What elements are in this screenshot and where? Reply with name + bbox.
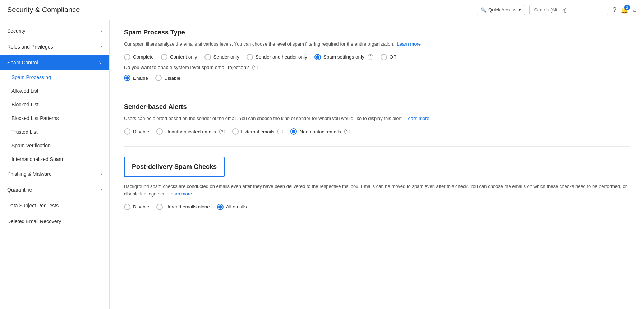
- option-alert-disable[interactable]: Disable: [124, 128, 149, 135]
- option-external-label: External emails: [241, 129, 274, 134]
- post-delivery-section: Post-delivery Spam Checks Background spa…: [124, 157, 630, 210]
- sidebar-sub-item-blocked-list-patterns[interactable]: Blocked List Patterns: [0, 111, 109, 125]
- radio-spam-settings-only[interactable]: [314, 54, 321, 60]
- option-sender-header-only-label: Sender and header only: [256, 54, 307, 60]
- home-icon: ⌂: [633, 6, 637, 14]
- topbar-right: 🔍 Quick Access ▾ ? 🔔 2 ⌂: [477, 5, 637, 15]
- option-external[interactable]: External emails ?: [232, 128, 283, 135]
- option-post-disable[interactable]: Disable: [124, 204, 149, 210]
- main-content: Spam Process Type Our spam filters analy…: [110, 20, 644, 309]
- rejection-question: Do you want to enable system level spam …: [124, 65, 630, 71]
- sidebar-sub-item-internationalized-spam[interactable]: Internationalized Spam: [0, 152, 109, 166]
- search-input[interactable]: [529, 5, 608, 15]
- radio-sender-only[interactable]: [204, 54, 211, 60]
- spam-process-type-options: Complete Content only Sender only Sender…: [124, 54, 630, 60]
- radio-post-disable[interactable]: [124, 204, 130, 210]
- radio-enable[interactable]: [124, 75, 130, 81]
- sidebar-sub-item-allowed-list[interactable]: Allowed List: [0, 84, 109, 98]
- option-sender-only[interactable]: Sender only: [204, 54, 239, 60]
- divider-2: [124, 146, 630, 147]
- radio-disable-rejection[interactable]: [155, 75, 162, 81]
- option-content-only-label: Content only: [170, 54, 197, 60]
- chevron-right-icon: ›: [101, 171, 102, 176]
- sidebar-item-spam-control[interactable]: Spam Control ∨: [0, 55, 109, 70]
- sidebar-sub-item-spam-verification[interactable]: Spam Verification: [0, 139, 109, 152]
- external-help-icon[interactable]: ?: [277, 129, 283, 134]
- sender-based-alerts-desc: Users can be alerted based on the sender…: [124, 115, 630, 123]
- sidebar-item-label: Security: [7, 28, 26, 34]
- sidebar-sub-item-blocked-list[interactable]: Blocked List: [0, 98, 109, 111]
- option-sender-header-only[interactable]: Sender and header only: [247, 54, 307, 60]
- sidebar-sub-spam-control: Spam Processing Allowed List Blocked Lis…: [0, 70, 109, 166]
- help-button[interactable]: ?: [613, 6, 616, 14]
- post-delivery-options: Disable Unread emails alone All emails: [124, 204, 630, 210]
- sidebar-item-label: Phishing & Malware: [7, 171, 52, 177]
- sender-alert-options: Disable Unauthenticated emails ? Externa…: [124, 128, 630, 135]
- sidebar-item-deleted-email[interactable]: Deleted Email Recovery: [0, 213, 109, 229]
- option-all-emails-label: All emails: [226, 204, 247, 209]
- option-unauthenticated[interactable]: Unauthenticated emails ?: [156, 128, 225, 135]
- home-button[interactable]: ⌂: [633, 6, 637, 14]
- non-contact-help-icon[interactable]: ?: [344, 129, 350, 134]
- sidebar-item-data-subject[interactable]: Data Subject Requests: [0, 198, 109, 213]
- sidebar-item-quarantine[interactable]: Quarantine ›: [0, 182, 109, 198]
- option-enable-label: Enable: [133, 75, 148, 81]
- option-unauthenticated-label: Unauthenticated emails: [165, 129, 216, 134]
- post-delivery-title-box: Post-delivery Spam Checks: [124, 157, 225, 177]
- option-content-only[interactable]: Content only: [161, 54, 197, 60]
- spam-process-type-title: Spam Process Type: [124, 29, 630, 36]
- sidebar-item-roles[interactable]: Roles and Privileges ›: [0, 39, 109, 55]
- option-non-contact-label: Non-contact emails: [299, 129, 341, 134]
- radio-external[interactable]: [232, 128, 239, 135]
- option-all-emails[interactable]: All emails: [217, 204, 247, 210]
- option-off[interactable]: Off: [381, 54, 396, 60]
- sidebar: Security › Roles and Privileges › Spam C…: [0, 20, 110, 309]
- sidebar-sub-item-trusted-list[interactable]: Trusted List: [0, 125, 109, 139]
- layout: Security › Roles and Privileges › Spam C…: [0, 20, 644, 309]
- quick-access-button[interactable]: 🔍 Quick Access ▾: [477, 5, 525, 15]
- sidebar-item-phishing-malware[interactable]: Phishing & Malware ›: [0, 166, 109, 182]
- search-icon: 🔍: [480, 7, 486, 13]
- post-delivery-desc: Background spam checks are conducted on …: [124, 183, 630, 198]
- quick-access-label: Quick Access: [488, 7, 516, 13]
- sender-alerts-learn-more[interactable]: Learn more: [405, 116, 429, 121]
- radio-complete[interactable]: [124, 54, 130, 60]
- radio-sender-header-only[interactable]: [247, 54, 253, 60]
- spam-process-type-section: Spam Process Type Our spam filters analy…: [124, 29, 630, 81]
- spam-process-type-desc: Our spam filters analyze the emails at v…: [124, 41, 630, 48]
- spam-settings-only-help-icon[interactable]: ?: [368, 54, 373, 60]
- sidebar-item-label: Roles and Privileges: [7, 44, 53, 50]
- radio-all-emails[interactable]: [217, 204, 224, 210]
- sender-based-alerts-title: Sender-based Alerts: [124, 103, 630, 111]
- option-spam-settings-only[interactable]: Spam settings only ?: [314, 54, 373, 60]
- sidebar-sub-item-spam-processing[interactable]: Spam Processing: [0, 70, 109, 84]
- rejection-options: Enable Disable: [124, 75, 630, 81]
- option-unread-alone[interactable]: Unread emails alone: [156, 204, 210, 210]
- option-disable-rejection[interactable]: Disable: [155, 75, 180, 81]
- radio-non-contact[interactable]: [290, 128, 297, 135]
- notifications-button[interactable]: 🔔 2: [621, 6, 629, 14]
- radio-off[interactable]: [381, 54, 387, 60]
- unauthenticated-help-icon[interactable]: ?: [219, 129, 225, 134]
- chevron-right-icon: ›: [101, 28, 102, 33]
- sidebar-item-security[interactable]: Security ›: [0, 23, 109, 39]
- sender-based-alerts-section: Sender-based Alerts Users can be alerted…: [124, 103, 630, 135]
- radio-alert-disable[interactable]: [124, 128, 130, 135]
- post-delivery-title: Post-delivery Spam Checks: [132, 163, 217, 171]
- radio-unread-alone[interactable]: [156, 204, 163, 210]
- option-enable[interactable]: Enable: [124, 75, 148, 81]
- option-non-contact[interactable]: Non-contact emails ?: [290, 128, 350, 135]
- post-delivery-learn-more[interactable]: Learn more: [168, 191, 192, 197]
- notification-badge: 2: [624, 5, 630, 10]
- option-complete[interactable]: Complete: [124, 54, 154, 60]
- sidebar-item-label: Quarantine: [7, 187, 32, 193]
- radio-unauthenticated[interactable]: [156, 128, 163, 135]
- topbar: Security & Compliance 🔍 Quick Access ▾ ?…: [0, 0, 644, 20]
- rejection-help-icon[interactable]: ?: [252, 65, 258, 70]
- chevron-right-icon: ›: [101, 44, 102, 49]
- radio-content-only[interactable]: [161, 54, 167, 60]
- option-unread-alone-label: Unread emails alone: [165, 204, 210, 209]
- spam-process-learn-more[interactable]: Learn more: [397, 41, 420, 47]
- chevron-right-icon: ›: [101, 187, 102, 192]
- option-alert-disable-label: Disable: [133, 129, 149, 134]
